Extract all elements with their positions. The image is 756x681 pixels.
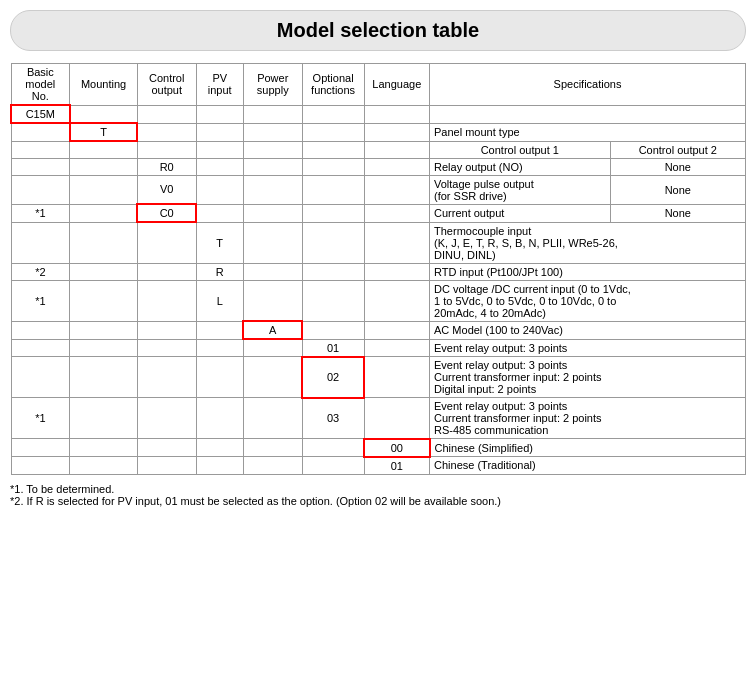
cell-empty — [11, 222, 70, 263]
cell-relay-no: Relay output (NO) — [430, 158, 611, 175]
table-row: 01 Chinese (Traditional) — [11, 457, 746, 475]
cell-01-lang: 01 — [364, 457, 429, 475]
cell-empty — [11, 321, 70, 339]
cell-empty — [196, 339, 243, 357]
cell-empty — [137, 398, 196, 439]
cell-none-3: None — [610, 204, 745, 222]
cell-empty — [196, 105, 243, 123]
cell-thermocouple: Thermocouple input(K, J, E, T, R, S, B, … — [430, 222, 746, 263]
cell-empty — [243, 280, 302, 321]
cell-empty — [70, 141, 138, 158]
cell-empty — [302, 439, 364, 457]
cell-empty — [302, 222, 364, 263]
cell-empty — [243, 222, 302, 263]
cell-01-opt: 01 — [302, 339, 364, 357]
cell-star1-l: *1 — [11, 280, 70, 321]
cell-empty — [70, 398, 138, 439]
cell-empty — [137, 222, 196, 263]
note-1: *1. To be determined. — [10, 483, 746, 495]
cell-empty — [196, 439, 243, 457]
cell-empty — [11, 175, 70, 204]
table-row: 02 Event relay output: 3 pointsCurrent t… — [11, 357, 746, 398]
header-specifications: Specifications — [430, 64, 746, 106]
cell-empty — [196, 204, 243, 222]
cell-empty — [243, 457, 302, 475]
cell-empty — [364, 222, 429, 263]
cell-empty — [137, 263, 196, 280]
cell-t-pv: T — [196, 222, 243, 263]
table-row: *1 C0 Current output None — [11, 204, 746, 222]
cell-empty — [11, 141, 70, 158]
cell-empty — [302, 457, 364, 475]
cell-empty — [70, 280, 138, 321]
table-header: Basicmodel No. Mounting Controloutput PV… — [11, 64, 746, 106]
cell-none-2: None — [610, 175, 745, 204]
cell-empty — [243, 141, 302, 158]
cell-empty — [196, 123, 243, 141]
cell-empty — [137, 457, 196, 475]
cell-empty — [364, 204, 429, 222]
cell-opt-03: Event relay output: 3 pointsCurrent tran… — [430, 398, 746, 439]
cell-empty — [11, 158, 70, 175]
cell-empty — [364, 158, 429, 175]
cell-empty — [243, 439, 302, 457]
table-row: T Panel mount type — [11, 123, 746, 141]
table-row-subheader: Control output 1 Control output 2 — [11, 141, 746, 158]
cell-empty — [243, 158, 302, 175]
page-title-container: Model selection table — [10, 10, 746, 51]
cell-empty — [364, 280, 429, 321]
cell-opt-01: Event relay output: 3 points — [430, 339, 746, 357]
cell-empty — [137, 123, 196, 141]
page-title: Model selection table — [277, 19, 479, 41]
cell-empty — [302, 204, 364, 222]
cell-empty — [243, 263, 302, 280]
cell-empty — [70, 158, 138, 175]
cell-empty — [196, 175, 243, 204]
cell-02-opt: 02 — [302, 357, 364, 398]
cell-star2: *2 — [11, 263, 70, 280]
cell-r-pv: R — [196, 263, 243, 280]
cell-empty — [137, 105, 196, 123]
cell-empty — [11, 439, 70, 457]
header-pv-input: PVinput — [196, 64, 243, 106]
cell-empty — [243, 105, 302, 123]
cell-empty — [70, 457, 138, 475]
header-language: Language — [364, 64, 429, 106]
cell-empty — [196, 158, 243, 175]
cell-empty — [70, 339, 138, 357]
cell-c15m: C15M — [11, 105, 70, 123]
cell-empty — [302, 158, 364, 175]
cell-empty — [302, 123, 364, 141]
cell-03-opt: 03 — [302, 398, 364, 439]
cell-empty — [243, 123, 302, 141]
cell-empty — [243, 357, 302, 398]
cell-empty — [196, 357, 243, 398]
cell-empty — [302, 175, 364, 204]
cell-empty — [70, 222, 138, 263]
cell-empty — [11, 123, 70, 141]
cell-r0: R0 — [137, 158, 196, 175]
cell-empty — [302, 141, 364, 158]
header-power-supply: Powersupply — [243, 64, 302, 106]
cell-empty — [302, 280, 364, 321]
cell-empty — [70, 263, 138, 280]
cell-00-lang: 00 — [364, 439, 429, 457]
cell-empty — [137, 357, 196, 398]
table-row: 01 Event relay output: 3 points — [11, 339, 746, 357]
cell-empty — [137, 280, 196, 321]
cell-empty — [243, 175, 302, 204]
cell-empty — [302, 321, 364, 339]
cell-empty — [302, 105, 364, 123]
cell-empty — [70, 204, 138, 222]
table-row: *2 R RTD input (Pt100/JPt 100) — [11, 263, 746, 280]
cell-empty — [70, 439, 138, 457]
subheader-ctrl1: Control output 1 — [430, 141, 611, 158]
table-row: V0 Voltage pulse output(for SSR drive) N… — [11, 175, 746, 204]
cell-empty — [196, 141, 243, 158]
note-2: *2. If R is selected for PV input, 01 mu… — [10, 495, 746, 507]
cell-empty — [243, 204, 302, 222]
cell-empty — [430, 105, 746, 123]
cell-empty — [137, 439, 196, 457]
header-basic-model: Basicmodel No. — [11, 64, 70, 106]
cell-t-mount: T — [70, 123, 138, 141]
